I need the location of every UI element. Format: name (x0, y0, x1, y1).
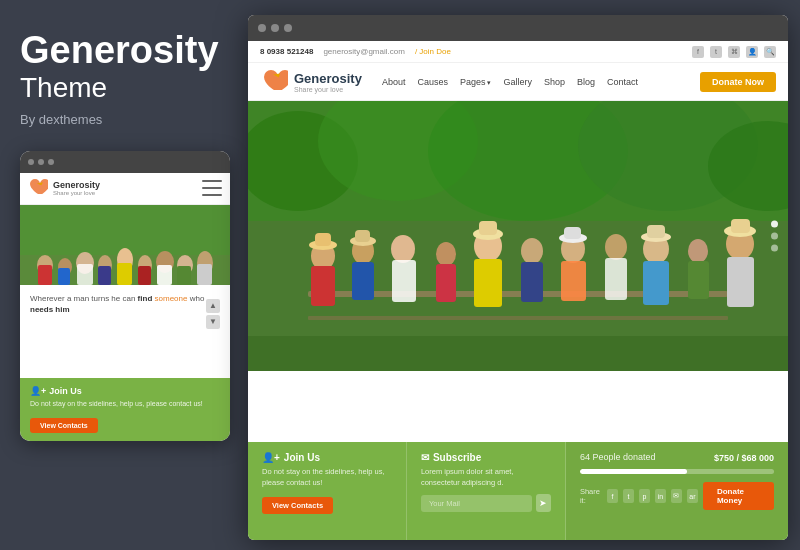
bottom-join-text: Do not stay on the sidelines, help us, p… (262, 467, 392, 488)
hero-photo (248, 101, 788, 371)
svg-point-37 (391, 235, 415, 263)
mobile-hamburger-icon[interactable] (202, 180, 222, 196)
hero-slideshow-dots (771, 221, 778, 252)
svg-rect-62 (731, 219, 750, 233)
hero-dot-2[interactable] (771, 233, 778, 240)
nav-donate-button[interactable]: Donate Now (700, 72, 776, 92)
share-pinterest-icon[interactable]: p (639, 489, 650, 503)
desktop-utility-bar: 8 0938 521248 generosity@gmail.com / Joi… (248, 41, 788, 63)
desktop-nav-links: About Causes Pages Gallery Shop Blog Con… (382, 77, 700, 87)
nav-logo-sub: Share your love (294, 86, 362, 93)
svg-rect-40 (436, 264, 456, 302)
utility-twitter-icon[interactable]: t (710, 46, 722, 58)
mobile-logo-area: Generosity Share your love (28, 178, 202, 198)
mobile-join-text: Do not stay on the sidelines, help us, p… (30, 399, 220, 408)
nav-logo-svg (260, 68, 288, 96)
bottom-subscribe-section: ✉ Subscribe Lorem ipsum dolor sit amet, … (407, 442, 566, 540)
nav-pages[interactable]: Pages (460, 77, 491, 87)
join-icon: 👤+ (262, 452, 280, 463)
svg-rect-15 (117, 263, 132, 285)
utility-phone: 8 0938 521248 (260, 47, 313, 56)
desktop-hero (248, 101, 788, 371)
share-linkedin-icon[interactable]: in (655, 489, 666, 503)
share-email-icon[interactable]: ✉ (671, 489, 682, 503)
share-extra-icon[interactable]: ar (687, 489, 698, 503)
mobile-dot-1 (28, 159, 34, 165)
mobile-tagline: Wherever a man turns he can find someone… (30, 293, 220, 315)
utility-facebook-icon[interactable]: f (692, 46, 704, 58)
nav-shop[interactable]: Shop (544, 77, 565, 87)
share-row: Share it: f t p in ✉ ar Donate Money (580, 482, 774, 510)
nav-logo-main: Generosity (294, 71, 362, 86)
left-panel: Generosity Theme By dexthemes Generosity… (0, 0, 240, 550)
utility-join-link[interactable]: / Join Doe (415, 47, 451, 56)
utility-rss-icon[interactable]: ⌘ (728, 46, 740, 58)
desktop-nav-logo: Generosity Share your love (260, 68, 362, 96)
svg-rect-28 (308, 316, 728, 320)
nav-causes[interactable]: Causes (417, 77, 448, 87)
mobile-hero-arrows: ▲ ▼ (206, 299, 220, 329)
svg-rect-16 (138, 266, 151, 285)
subscribe-row: ➤ (421, 494, 551, 512)
svg-rect-48 (561, 261, 586, 301)
svg-rect-44 (479, 221, 497, 235)
svg-rect-14 (98, 266, 111, 285)
hero-photo-svg (248, 101, 788, 371)
mobile-join-section: 👤+ Join Us Do not stay on the sidelines,… (20, 378, 230, 441)
mobile-arrow-up[interactable]: ▲ (206, 299, 220, 313)
hero-dot-3[interactable] (771, 245, 778, 252)
svg-rect-30 (311, 266, 335, 306)
svg-point-51 (605, 234, 627, 260)
nav-blog[interactable]: Blog (577, 77, 595, 87)
svg-rect-52 (605, 258, 627, 300)
desktop-mockup: 8 0938 521248 generosity@gmail.com / Joi… (248, 15, 788, 540)
desktop-dot-1 (258, 24, 266, 32)
svg-rect-38 (392, 260, 416, 302)
mobile-top-bar (20, 151, 230, 173)
svg-rect-32 (315, 233, 331, 246)
svg-rect-50 (564, 227, 581, 239)
desktop-main-nav: Generosity Share your love About Causes … (248, 63, 788, 101)
utility-icons: f t ⌘ 👤 🔍 (692, 46, 776, 58)
hero-dot-1[interactable] (771, 221, 778, 228)
donate-people-count: 64 People donated (580, 452, 656, 462)
nav-gallery[interactable]: Gallery (503, 77, 532, 87)
share-twitter-icon[interactable]: t (623, 489, 634, 503)
svg-rect-60 (727, 257, 754, 307)
mobile-logo-text: Generosity (53, 181, 100, 190)
svg-rect-19 (197, 264, 212, 285)
nav-about[interactable]: About (382, 77, 406, 87)
mobile-logo-icon (28, 178, 48, 198)
utility-email: generosity@gmail.com (323, 47, 404, 56)
svg-point-39 (436, 242, 456, 266)
subscribe-send-btn[interactable]: ➤ (536, 494, 551, 512)
subscribe-input[interactable] (421, 495, 532, 512)
mobile-hero-image (20, 205, 230, 285)
svg-rect-1 (20, 205, 230, 255)
svg-rect-54 (643, 261, 669, 305)
desktop-bottom-bar: 👤+ Join Us Do not stay on the sidelines,… (248, 442, 788, 540)
donate-money-btn[interactable]: Donate Money (703, 482, 774, 510)
mobile-dot-3 (48, 159, 54, 165)
mobile-join-btn[interactable]: View Contacts (30, 418, 98, 433)
share-label: Share it: (580, 487, 602, 505)
theme-subtitle: Theme (20, 72, 220, 104)
join-user-icon: 👤+ (30, 386, 46, 396)
mobile-dot-2 (38, 159, 44, 165)
mobile-arrow-down[interactable]: ▼ (206, 315, 220, 329)
share-facebook-icon[interactable]: f (607, 489, 618, 503)
bottom-subscribe-title: ✉ Subscribe (421, 452, 551, 463)
bottom-join-btn[interactable]: View Contacts (262, 497, 333, 514)
utility-search-icon[interactable]: 🔍 (764, 46, 776, 58)
theme-by: By dexthemes (20, 112, 220, 127)
nav-contact[interactable]: Contact (607, 77, 638, 87)
svg-rect-12 (58, 268, 70, 285)
desktop-window-bar (248, 15, 788, 41)
svg-rect-36 (355, 230, 370, 242)
desktop-dot-2 (271, 24, 279, 32)
bottom-join-section: 👤+ Join Us Do not stay on the sidelines,… (248, 442, 407, 540)
svg-rect-56 (647, 225, 665, 238)
utility-user-icon[interactable]: 👤 (746, 46, 758, 58)
mobile-hero-svg (20, 205, 230, 285)
bottom-donate-section: 64 People donated $750 / $68 000 Share i… (566, 442, 788, 540)
